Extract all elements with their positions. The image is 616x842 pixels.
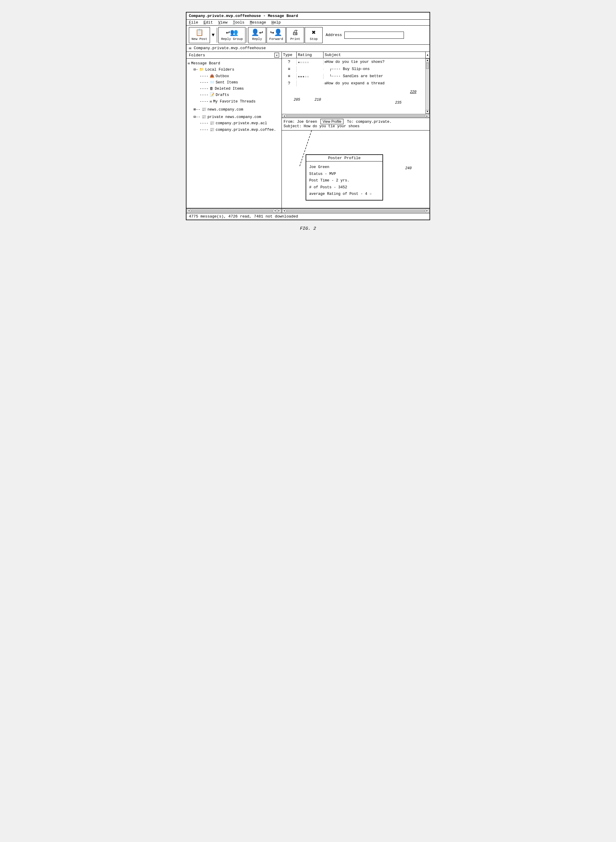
msg-bottom-scroll-left[interactable]: ◄ (282, 209, 286, 213)
folder-scroll-prev[interactable]: ◄ (273, 209, 277, 213)
drafts-tree-line: ---- (199, 92, 208, 98)
ref-label-205: 205 (294, 98, 300, 102)
message-scrollbar-bottom[interactable]: ◄ ► (282, 208, 430, 213)
msg-scroll-left[interactable]: ◄ (282, 114, 286, 118)
folder-item-deleted-items[interactable]: ---- 🗑 Deleted Items (188, 86, 280, 92)
newsgroup-name: Company.private.mvp.coffeehouse (194, 46, 266, 50)
coffee-label: company.private.mvp.coffee. (216, 127, 276, 133)
print-label: Print (290, 37, 300, 41)
scrollbar-down[interactable]: ▼ (426, 110, 429, 113)
scrollbar-up[interactable]: ▲ (426, 59, 429, 62)
preview-subject: Subject: How do you tie your shoes (283, 124, 359, 128)
poster-num-posts: # of Posts - 3452 (309, 184, 380, 191)
menu-edit[interactable]: Edit (204, 20, 213, 25)
menu-help[interactable]: Help (271, 20, 281, 25)
msg-rating-3: ★★★☆☆ (297, 74, 324, 79)
print-button[interactable]: 🖨 Print (286, 27, 304, 43)
message-list-content: ? ★☆☆☆☆ ⊞How do you tie your shoes? ≡ ┌-… (282, 59, 425, 114)
acl-label: company.private.mvp.acl (216, 120, 267, 127)
acl-icon: 📰 (210, 120, 214, 127)
folder-item-acl[interactable]: ---- 📰 company.private.mvp.acl (188, 120, 280, 127)
forward-label: Forward (269, 37, 283, 41)
reply-button[interactable]: 👤↩ Reply (248, 27, 266, 43)
msg-type-4: ? (282, 81, 297, 87)
msg-rating-1: ★☆☆☆☆ (297, 60, 324, 65)
new-post-icon: 📋 (195, 29, 204, 37)
poster-post-time: Post Time - 2 yrs. (309, 177, 380, 184)
reply-label: Reply (252, 37, 262, 41)
reply-icon: 👤↩ (251, 29, 263, 37)
msg-rating-4 (297, 83, 324, 84)
message-row-3[interactable]: ≡ ★★★☆☆ └---- Sandles are better (282, 73, 425, 80)
ref-label-235: 235 (395, 101, 402, 105)
deleted-items-label: Deleted Items (215, 86, 244, 92)
main-content: Folders ✕ ✉ Message Board ⊟- 📁 Local Fol… (186, 52, 430, 208)
acl-tree-line: ---- (199, 120, 208, 127)
folder-item-drafts[interactable]: ---- 📝 Drafts (188, 92, 280, 98)
scrollbar-up-arrow[interactable]: ▲ (425, 52, 430, 58)
msg-bottom-scroll-right[interactable]: ► (425, 209, 429, 213)
folder-scroll-next[interactable]: ► (277, 209, 281, 213)
msg-subject-2: ┌---- Buy Slip-ons (324, 66, 425, 72)
message-row-4[interactable]: ? ⊞How do you expand a thread (282, 80, 425, 87)
folder-scrollbar[interactable]: ◄ ◄ ► (186, 208, 282, 213)
folder-item-sent-items[interactable]: ---- 📨 Sent Items (188, 79, 280, 86)
stop-button[interactable]: ✖ Stop (305, 27, 323, 43)
ref-label-240: 240 (405, 166, 412, 170)
msg-type-3: ≡ (282, 73, 297, 79)
address-section: Address (326, 32, 427, 39)
news-company-icon: 📰 (202, 107, 207, 113)
app-window: Company.private.mvp.coffeehouse - Messag… (186, 12, 430, 220)
col-subject-header: Subject (324, 52, 425, 58)
message-preview-header: From: Joe Green View Profile To: company… (282, 118, 430, 131)
scrollbar-thumb[interactable] (426, 63, 429, 69)
ref-label-210: 210 (315, 98, 321, 102)
status-bar: 4775 message(s), 4726 read, 7481 not dow… (186, 213, 430, 220)
folder-item-local-folders[interactable]: ⊟- 📁 Local Folders (188, 67, 280, 73)
menu-tools[interactable]: Tools (233, 20, 245, 25)
window-title: Company.private.mvp.coffeehouse - Messag… (189, 14, 298, 18)
message-row-2[interactable]: ≡ ┌---- Buy Slip-ons (282, 66, 425, 73)
coffee-icon: 📰 (210, 127, 214, 133)
folder-item-outbox[interactable]: ---- 📤 Outbox (188, 73, 280, 79)
sent-items-tree-line: ---- (199, 79, 208, 86)
print-icon: 🖨 (292, 29, 298, 37)
menu-bar: File Edit View Tools Message Help (186, 20, 430, 26)
local-folders-icon: 📁 (199, 67, 204, 73)
folder-item-news-company[interactable]: ⊞-- 📰 news.company.com (188, 107, 280, 113)
address-input[interactable] (344, 32, 404, 39)
reply-group-icon: ↩👥 (226, 29, 238, 37)
folder-item-private-news[interactable]: ⊟-- 📰 private news.company.com (188, 114, 280, 120)
message-list-scrollbar[interactable]: ▲ ▼ (425, 59, 430, 114)
new-post-label: New Post (192, 37, 207, 41)
forward-button[interactable]: ↪👤 Forward (267, 27, 286, 43)
private-news-label: private news.company.com (208, 114, 261, 120)
view-profile-button[interactable]: View Profile (321, 119, 343, 124)
figure-label: FIG. 2 (300, 226, 316, 231)
new-post-button[interactable]: 📋 New Post (189, 27, 210, 43)
msg-scroll-right[interactable]: ► (425, 114, 429, 118)
msg-scrollbar-h-inner[interactable]: ◄ ► (282, 114, 430, 118)
poster-avg-rating: average Rating of Post - 4 ☆ (309, 191, 380, 198)
folders-close-button[interactable]: ✕ (274, 53, 279, 57)
message-row-1[interactable]: ? ★☆☆☆☆ ⊞How do you tie your shoes? (282, 59, 425, 66)
message-board-icon: ✉ (188, 60, 190, 67)
menu-view[interactable]: View (218, 20, 227, 25)
bottom-scrollbar-area: ◄ ◄ ► ◄ ► (186, 208, 430, 213)
toolbar-dropdown-arrow[interactable]: ▼ (211, 31, 216, 39)
folder-item-message-board[interactable]: ✉ Message Board (188, 60, 280, 67)
msg-type-2: ≡ (282, 66, 297, 72)
folder-item-coffee[interactable]: ---- 📰 company.private.mvp.coffee. (188, 127, 280, 133)
reply-group-button[interactable]: ↩👥 Reply Group (219, 27, 245, 43)
col-type-header: Type (282, 52, 297, 58)
menu-message[interactable]: Message (250, 20, 266, 25)
local-folders-expand: ⊟- (194, 67, 198, 73)
message-list-area: ? ★☆☆☆☆ ⊞How do you tie your shoes? ≡ ┌-… (282, 59, 430, 114)
folder-item-my-fav-threads[interactable]: ---- ✉ My Favorite Threads (188, 98, 280, 105)
menu-file[interactable]: File (189, 20, 198, 25)
stop-label: Stop (310, 37, 318, 41)
folder-scroll-left[interactable]: ◄ (187, 209, 191, 213)
message-list-header: Type Rating Subject ▲ (282, 52, 430, 59)
msg-type-1: ? (282, 59, 297, 65)
outbox-label: Outbox (216, 73, 229, 79)
